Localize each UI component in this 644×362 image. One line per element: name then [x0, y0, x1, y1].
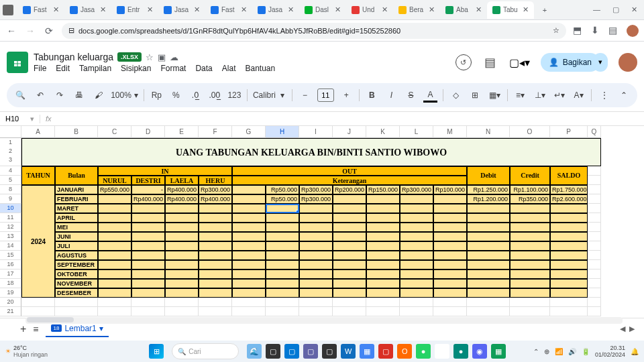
cloud-status-icon[interactable]: ☁: [170, 52, 178, 62]
data-cell[interactable]: [98, 241, 131, 251]
borders-button[interactable]: ⊞: [468, 88, 482, 103]
row-header[interactable]: 19: [0, 288, 21, 298]
spreadsheet-grid[interactable]: ABCDEFGHIJKLMNOPQ 123UANG TABUNGAN KELUA…: [0, 126, 644, 318]
cell[interactable]: [588, 223, 601, 232]
row-header[interactable]: 4: [0, 166, 21, 176]
sheets-logo-icon[interactable]: [7, 52, 28, 73]
data-cell[interactable]: [433, 251, 467, 260]
data-cell[interactable]: [433, 269, 467, 279]
month-cell[interactable]: DESEMBER: [55, 288, 98, 298]
data-cell[interactable]: [433, 213, 467, 223]
cell[interactable]: [165, 298, 199, 307]
cell[interactable]: [232, 307, 266, 316]
data-cell[interactable]: [98, 232, 131, 241]
taskbar-app-icon[interactable]: ⊕: [435, 344, 449, 359]
data-cell[interactable]: [550, 204, 588, 213]
data-cell[interactable]: [550, 241, 588, 251]
tab-close-icon[interactable]: ✕: [147, 5, 153, 14]
tab-close-icon[interactable]: ✕: [429, 5, 435, 14]
data-cell[interactable]: [165, 241, 199, 251]
data-cell[interactable]: [510, 260, 550, 269]
data-cell[interactable]: Rp400.000: [199, 194, 232, 204]
cell[interactable]: [199, 298, 232, 307]
data-cell[interactable]: [550, 232, 588, 241]
data-cell[interactable]: [232, 213, 266, 223]
data-cell[interactable]: [232, 260, 266, 269]
data-cell[interactable]: [131, 251, 165, 260]
browser-tab[interactable]: Jasa✕: [252, 1, 299, 19]
data-cell[interactable]: Rp150.000: [366, 185, 400, 194]
data-cell[interactable]: [467, 241, 510, 251]
data-cell[interactable]: [366, 288, 400, 298]
data-cell[interactable]: [98, 260, 131, 269]
data-cell[interactable]: [467, 232, 510, 241]
cell[interactable]: [433, 298, 467, 307]
cell[interactable]: [588, 185, 601, 194]
data-cell[interactable]: [366, 279, 400, 288]
data-cell[interactable]: [131, 232, 165, 241]
data-cell[interactable]: [98, 288, 131, 298]
cell[interactable]: [131, 307, 165, 316]
data-cell[interactable]: [232, 185, 266, 194]
data-cell[interactable]: [232, 251, 266, 260]
data-cell[interactable]: [232, 223, 266, 232]
taskbar-app-icon[interactable]: ▦: [360, 344, 374, 359]
cell[interactable]: [588, 269, 601, 279]
wrap-button[interactable]: ↵▾: [552, 88, 566, 103]
data-cell[interactable]: [510, 279, 550, 288]
menu-edit[interactable]: Edit: [56, 64, 70, 73]
data-cell[interactable]: [266, 288, 299, 298]
month-cell[interactable]: JUNI: [55, 232, 98, 241]
scroll-right-button[interactable]: ▶: [629, 324, 635, 333]
header-keterangan[interactable]: Keterangan: [232, 176, 467, 185]
taskbar-search[interactable]: 🔍 Cari: [172, 343, 239, 359]
data-cell[interactable]: [98, 194, 131, 204]
all-sheets-button[interactable]: ≡: [33, 324, 38, 335]
tab-close-icon[interactable]: ✕: [382, 5, 388, 14]
v-align-button[interactable]: ⊥▾: [533, 88, 547, 103]
menu-data[interactable]: Data: [195, 64, 212, 73]
cell[interactable]: [299, 298, 333, 307]
data-cell[interactable]: [400, 232, 433, 241]
col-header[interactable]: L: [400, 126, 433, 138]
row-header[interactable]: 13: [0, 232, 21, 241]
font-size-input[interactable]: 11: [317, 88, 334, 102]
row-header[interactable]: 20: [0, 298, 21, 307]
row-header[interactable]: 5: [0, 176, 21, 185]
tray-volume-icon[interactable]: 🔊: [568, 348, 576, 355]
data-cell[interactable]: [165, 260, 199, 269]
data-cell[interactable]: [98, 213, 131, 223]
data-cell[interactable]: [433, 241, 467, 251]
data-cell[interactable]: [266, 213, 299, 223]
data-cell[interactable]: [199, 269, 232, 279]
taskbar-app-icon[interactable]: O: [397, 344, 412, 359]
data-cell[interactable]: Rp350.000: [510, 194, 550, 204]
cell[interactable]: [588, 307, 601, 316]
cell[interactable]: [55, 298, 98, 307]
data-cell[interactable]: [366, 232, 400, 241]
selection-handle[interactable]: [296, 210, 299, 213]
data-cell[interactable]: [199, 241, 232, 251]
data-cell[interactable]: [165, 269, 199, 279]
data-cell[interactable]: [266, 241, 299, 251]
cell[interactable]: [588, 176, 601, 185]
row-header[interactable]: 11: [0, 213, 21, 223]
cell[interactable]: [588, 213, 601, 223]
data-cell[interactable]: Rp400.000: [131, 194, 165, 204]
cell[interactable]: [588, 204, 601, 213]
cell[interactable]: [98, 298, 131, 307]
data-cell[interactable]: [433, 223, 467, 232]
data-cell[interactable]: [299, 260, 333, 269]
site-info-icon[interactable]: ⊟: [68, 26, 74, 35]
sheet-tab-menu-icon[interactable]: ▾: [99, 324, 103, 333]
history-icon[interactable]: ↺: [455, 54, 472, 70]
tray-notification-icon[interactable]: 🔔: [631, 348, 639, 355]
tab-close-icon[interactable]: ✕: [288, 5, 294, 14]
col-header[interactable]: J: [333, 126, 366, 138]
browser-tab[interactable]: Fast✕: [17, 1, 64, 19]
browser-tab[interactable]: Und✕: [346, 1, 393, 19]
data-cell[interactable]: [131, 288, 165, 298]
data-cell[interactable]: [467, 223, 510, 232]
data-cell[interactable]: [433, 204, 467, 213]
cell[interactable]: [588, 251, 601, 260]
